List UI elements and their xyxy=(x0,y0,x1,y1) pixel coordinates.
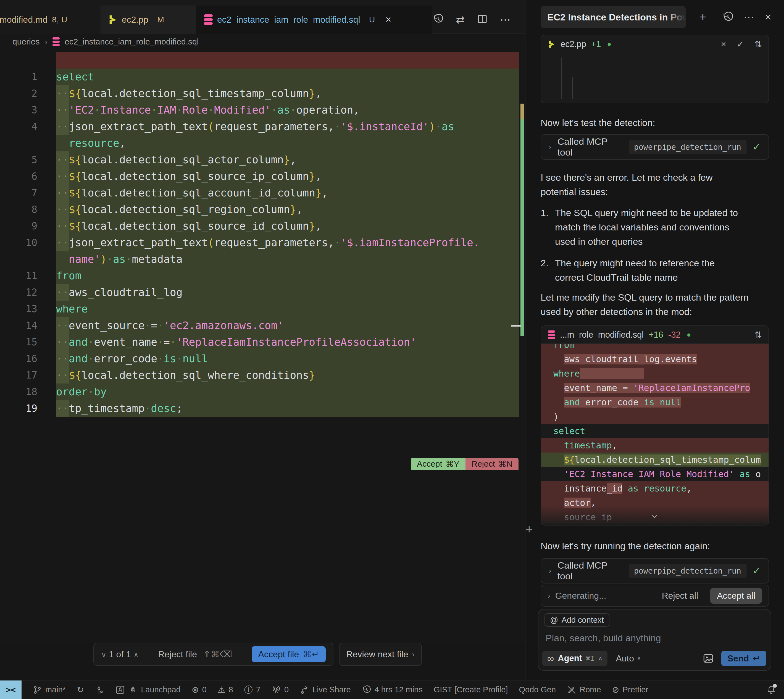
breadcrumb[interactable]: queries › ec2_instance_iam_role_modified… xyxy=(0,34,525,50)
breadcrumb-folder[interactable]: queries xyxy=(12,37,40,46)
problems-warnings[interactable]: ⚠ 8 xyxy=(218,685,233,695)
code-text: ··json_extract_path_text(request_paramet… xyxy=(56,234,519,251)
code-line[interactable]: 7··${local.detection_sql_account_id_colu… xyxy=(0,185,519,201)
chat-input-box[interactable]: @ Add context Plan, search, build anythi… xyxy=(538,609,771,671)
chevron-up-icon[interactable]: ∧ xyxy=(134,651,139,659)
code-line[interactable]: 18order·by xyxy=(0,383,519,400)
code-line[interactable]: 19··tp_timestamp·desc; xyxy=(0,400,519,417)
add-context-button[interactable]: @ Add context xyxy=(544,613,609,627)
reject-change-button[interactable]: Reject ⌘N xyxy=(465,458,519,470)
reject-all-button[interactable]: Reject all xyxy=(662,591,698,601)
gist-item[interactable]: GIST [Create Profile] xyxy=(434,685,508,694)
code-line[interactable]: 12··aws_cloudtrail_log xyxy=(0,284,519,301)
more-actions-icon[interactable]: ⋯ xyxy=(744,6,754,28)
list-item: 2. The query might need to reference the… xyxy=(541,256,745,285)
editor-tab-bar: modified.md 8, U ec2.pp M ec2_instance_i… xyxy=(0,0,525,34)
accept-all-button[interactable]: Accept all xyxy=(710,588,762,604)
broadcast-item[interactable]: 0 xyxy=(271,685,289,694)
attach-image-icon[interactable] xyxy=(703,653,714,664)
code-line[interactable]: resource, xyxy=(0,135,519,151)
chevron-right-icon[interactable]: › xyxy=(548,591,550,600)
live-share-item[interactable]: Live Share xyxy=(300,685,351,694)
code-token: · xyxy=(435,121,442,133)
breadcrumb-file[interactable]: ec2_instance_iam_role_modified.sql xyxy=(65,37,198,46)
accept-file-button[interactable]: Accept file ⌘↵ xyxy=(251,646,326,662)
accept-change-button[interactable]: Accept ⌘Y xyxy=(411,458,465,470)
git-branch-item[interactable]: main* xyxy=(33,685,66,694)
code-line[interactable]: 9··${local.detection_sql_source_id_colum… xyxy=(0,218,519,234)
code-line[interactable]: 5··${local.detection_sql_actor_column}, xyxy=(0,151,519,168)
source-control-graph-icon[interactable] xyxy=(95,685,104,694)
open-changes-icon[interactable]: ⇄ xyxy=(456,13,465,26)
prettier-item[interactable]: ⊘ Prettier xyxy=(612,685,648,695)
sync-icon[interactable]: ↻ xyxy=(77,685,84,695)
code-line[interactable]: 10··json_extract_path_text(request_param… xyxy=(0,234,519,251)
accept-file-shortcut: ⌘↵ xyxy=(303,649,319,659)
problems-errors[interactable]: ⊗ 0 xyxy=(192,685,207,695)
chat-tab-title[interactable]: EC2 Instance Detections in Pow xyxy=(541,6,686,28)
success-check-icon: ✓ xyxy=(753,141,761,153)
mcp-tool-name: powerpipe_detection_run xyxy=(629,140,746,154)
code-token: local.detection_sql_timestamp_column xyxy=(81,87,309,99)
remote-indicator[interactable]: >< xyxy=(0,681,22,699)
code-token: ) xyxy=(100,253,107,265)
history-icon[interactable] xyxy=(722,6,734,28)
assistant-message: Now let's test the detection: xyxy=(541,116,655,130)
apply-icon[interactable]: ✓ xyxy=(736,39,744,50)
expand-collapse-icon[interactable]: ⇅ xyxy=(754,39,762,50)
review-changes-bar: ∨ 1 of 1 ∧ Reject file ⇧⌘⌫ Accept file ⌘… xyxy=(93,643,333,666)
diff-line-removed: and error_code is null xyxy=(541,395,769,409)
expand-diff-icon[interactable]: › xyxy=(648,515,661,518)
close-icon[interactable]: × xyxy=(385,14,391,25)
time-tracker-item[interactable]: 4 hrs 12 mins xyxy=(362,685,423,694)
review-next-file-button[interactable]: Review next file › xyxy=(339,643,422,666)
problems-infos[interactable]: ⓘ 7 xyxy=(244,684,261,696)
code-line[interactable]: 16··and·error_code·is·null xyxy=(0,350,519,367)
history-icon[interactable] xyxy=(433,13,444,26)
code-line[interactable]: 3··'EC2·Instance·IAM·Role·Modified'·as·o… xyxy=(0,102,519,118)
mcp-tool-call[interactable]: › Called MCP tool powerpipe_detection_ru… xyxy=(541,134,769,160)
agent-mode-selector[interactable]: ∞ Agent ⌘I ∧ xyxy=(542,651,607,666)
send-button[interactable]: Send ↵ xyxy=(721,651,766,666)
split-editor-icon[interactable] xyxy=(477,13,488,26)
diff-card-header[interactable]: ...m_role_modified.sql +16 -32 ● ⇅ xyxy=(541,326,769,344)
file-change-header[interactable]: ec2.pp +1 ● × ✓ ⇅ xyxy=(541,35,769,53)
gist-label: GIST [Create Profile] xyxy=(434,685,508,694)
model-selector[interactable]: Auto ∧ xyxy=(616,653,641,664)
code-line[interactable]: 8··${local.detection_sql_region_column}, xyxy=(0,201,519,218)
code-line[interactable]: 2··${local.detection_sql_timestamp_colum… xyxy=(0,85,519,102)
mcp-tool-call[interactable]: › Called MCP tool powerpipe_detection_ru… xyxy=(541,558,769,583)
insert-plus-icon[interactable]: + xyxy=(526,522,533,537)
rome-item[interactable]: Rome xyxy=(567,685,601,694)
chevron-down-icon[interactable]: ∨ xyxy=(101,651,106,659)
tab-ec2-pp[interactable]: ec2.pp M xyxy=(101,5,197,34)
code-token xyxy=(638,483,643,494)
code-line[interactable]: 15··and·event_name·=·'ReplaceIamInstance… xyxy=(0,334,519,350)
code-line[interactable]: 6··${local.detection_sql_source_ip_colum… xyxy=(0,168,519,185)
code-line[interactable]: 14··event_source·=·'ec2.amazonaws.com' xyxy=(0,317,519,334)
code-text: ··${local.detection_sql_timestamp_column… xyxy=(56,85,519,102)
discard-icon[interactable]: × xyxy=(721,39,726,49)
close-icon[interactable]: × xyxy=(765,6,772,28)
code-line[interactable]: 1select xyxy=(0,68,519,85)
chat-input-placeholder[interactable]: Plan, search, build anything xyxy=(546,633,661,643)
agent-label: Agent xyxy=(558,653,582,663)
return-icon: ↵ xyxy=(753,653,760,664)
more-actions-icon[interactable]: ⋯ xyxy=(500,13,511,26)
code-editor[interactable]: 1select2··${local.detection_sql_timestam… xyxy=(0,50,525,643)
code-token: resource xyxy=(644,483,686,494)
qodo-gen-item[interactable]: Qodo Gen xyxy=(519,685,556,694)
notifications-bell-icon[interactable] xyxy=(766,681,776,699)
code-line[interactable]: 11from xyxy=(0,267,519,284)
expand-collapse-icon[interactable]: ⇅ xyxy=(754,330,762,340)
code-line[interactable]: 4··json_extract_path_text(request_parame… xyxy=(0,118,519,135)
new-chat-icon[interactable]: + xyxy=(700,6,706,28)
code-line[interactable]: 17··${local.detection_sql_where_conditio… xyxy=(0,367,519,383)
launchpad-item[interactable]: Launchpad xyxy=(116,685,181,694)
code-line[interactable]: name')·as·metadata xyxy=(0,251,519,267)
tab-modified-md[interactable]: modified.md 8, U xyxy=(0,5,101,34)
code-line[interactable]: 13where xyxy=(0,301,519,317)
tab-ec2-instance-iam-role-modified-sql[interactable]: ec2_instance_iam_role_modified.sql U × xyxy=(197,5,432,34)
code-token: where xyxy=(56,303,88,315)
reject-file-button[interactable]: Reject file ⇧⌘⌫ xyxy=(158,649,232,659)
